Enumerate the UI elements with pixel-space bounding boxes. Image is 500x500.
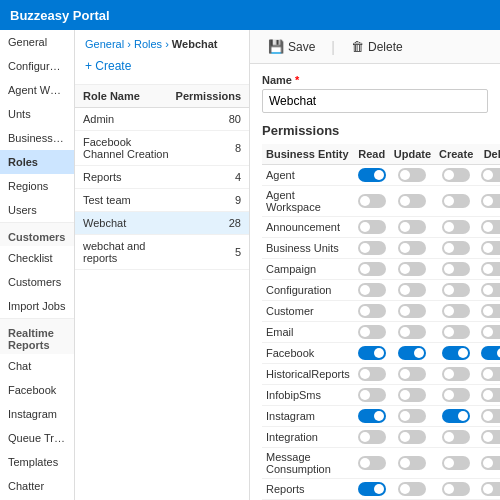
sidebar-item-general[interactable]: General xyxy=(0,30,74,54)
role-permissions: 5 xyxy=(171,246,241,258)
toggle[interactable] xyxy=(481,241,500,255)
sidebar-item-configuration[interactable]: Configuration xyxy=(0,54,74,78)
sidebar: General Configuration Agent Workspaces U… xyxy=(0,30,75,500)
sidebar-item-rs[interactable]: Users xyxy=(0,198,74,222)
toggle[interactable] xyxy=(481,194,500,208)
sidebar-item-queue-treatments[interactable]: Queue Treatments xyxy=(0,426,74,450)
sidebar-item-import-jobs[interactable]: Import Jobs xyxy=(0,294,74,318)
toggle[interactable] xyxy=(442,388,470,402)
toggle[interactable] xyxy=(442,241,470,255)
toggle[interactable] xyxy=(358,482,386,496)
toggle[interactable] xyxy=(442,409,470,423)
toggle[interactable] xyxy=(398,482,426,496)
toggle[interactable] xyxy=(398,456,426,470)
toggle[interactable] xyxy=(358,388,386,402)
toggle[interactable] xyxy=(398,194,426,208)
toggle[interactable] xyxy=(481,304,500,318)
create-button[interactable]: + Create xyxy=(85,56,239,76)
toggle[interactable] xyxy=(358,168,386,182)
toggle[interactable] xyxy=(358,220,386,234)
toggle[interactable] xyxy=(358,283,386,297)
name-field-label: Name * xyxy=(262,74,488,86)
toggle[interactable] xyxy=(398,304,426,318)
toggle[interactable] xyxy=(442,262,470,276)
right-toolbar: 💾 Save | 🗑 Delete xyxy=(250,30,500,64)
role-row[interactable]: Webchat 28 xyxy=(75,212,249,235)
name-input[interactable] xyxy=(262,89,488,113)
toggle[interactable] xyxy=(398,325,426,339)
toggle[interactable] xyxy=(358,346,386,360)
toggle[interactable] xyxy=(442,325,470,339)
toggle[interactable] xyxy=(358,456,386,470)
perm-update xyxy=(390,322,435,343)
breadcrumb-roles[interactable]: Roles xyxy=(134,38,162,50)
toggle[interactable] xyxy=(358,430,386,444)
sidebar-item-checklist[interactable]: Checklist xyxy=(0,246,74,270)
sidebar-item-agent-workspaces[interactable]: Agent Workspaces xyxy=(0,78,74,102)
toggle[interactable] xyxy=(398,430,426,444)
role-row[interactable]: webchat and reports 5 xyxy=(75,235,249,270)
perm-delete xyxy=(477,301,500,322)
roles-rows: Admin 80 Facebook Channel Creation 8 Rep… xyxy=(75,108,249,270)
toggle[interactable] xyxy=(398,241,426,255)
role-row[interactable]: Test team 9 xyxy=(75,189,249,212)
toggle[interactable] xyxy=(481,283,500,297)
toggle[interactable] xyxy=(442,482,470,496)
toggle[interactable] xyxy=(481,409,500,423)
perm-create xyxy=(435,385,477,406)
toggle[interactable] xyxy=(358,409,386,423)
toggle[interactable] xyxy=(442,430,470,444)
toggle[interactable] xyxy=(481,430,500,444)
sidebar-item-nts[interactable]: Unts xyxy=(0,102,74,126)
toggle[interactable] xyxy=(442,220,470,234)
toggle[interactable] xyxy=(481,262,500,276)
toggle[interactable] xyxy=(358,304,386,318)
toggle[interactable] xyxy=(442,283,470,297)
toggle[interactable] xyxy=(398,283,426,297)
toggle[interactable] xyxy=(481,220,500,234)
role-row[interactable]: Admin 80 xyxy=(75,108,249,131)
toggle[interactable] xyxy=(481,325,500,339)
delete-icon: 🗑 xyxy=(351,39,364,54)
role-row[interactable]: Facebook Channel Creation 8 xyxy=(75,131,249,166)
save-button[interactable]: 💾 Save xyxy=(262,36,321,57)
breadcrumb-general[interactable]: General xyxy=(85,38,124,50)
toggle[interactable] xyxy=(358,325,386,339)
toggle[interactable] xyxy=(442,456,470,470)
toggle[interactable] xyxy=(481,168,500,182)
sidebar-item-templates[interactable]: Templates xyxy=(0,450,74,474)
toggle[interactable] xyxy=(358,241,386,255)
toggle[interactable] xyxy=(398,367,426,381)
toggle[interactable] xyxy=(442,304,470,318)
delete-button[interactable]: 🗑 Delete xyxy=(345,36,409,57)
toggle[interactable] xyxy=(398,220,426,234)
sidebar-item-facebook[interactable]: Facebook xyxy=(0,378,74,402)
toggle[interactable] xyxy=(358,367,386,381)
toggle[interactable] xyxy=(442,346,470,360)
toggle[interactable] xyxy=(442,168,470,182)
sidebar-item-instagram[interactable]: Instagram xyxy=(0,402,74,426)
toggle[interactable] xyxy=(398,262,426,276)
toggle[interactable] xyxy=(398,168,426,182)
toggle[interactable] xyxy=(481,346,500,360)
toggle[interactable] xyxy=(398,388,426,402)
toggle[interactable] xyxy=(442,194,470,208)
sidebar-item-t[interactable]: Chat xyxy=(0,354,74,378)
role-row[interactable]: Reports 4 xyxy=(75,166,249,189)
toggle[interactable] xyxy=(442,367,470,381)
toggle[interactable] xyxy=(398,346,426,360)
sidebar-item-customers[interactable]: Customers xyxy=(0,270,74,294)
sidebar-item-roles[interactable]: Roles xyxy=(0,150,74,174)
toggle[interactable] xyxy=(358,194,386,208)
toggle[interactable] xyxy=(481,482,500,496)
toggle[interactable] xyxy=(481,388,500,402)
toggle[interactable] xyxy=(481,456,500,470)
sidebar-item-business-units[interactable]: Business Units xyxy=(0,126,74,150)
perm-row: Customer xyxy=(262,301,500,322)
perm-create xyxy=(435,479,477,500)
toggle[interactable] xyxy=(398,409,426,423)
toggle[interactable] xyxy=(481,367,500,381)
sidebar-item-ns[interactable]: Regions xyxy=(0,174,74,198)
toggle[interactable] xyxy=(358,262,386,276)
sidebar-item-r[interactable]: Chatter xyxy=(0,474,74,498)
